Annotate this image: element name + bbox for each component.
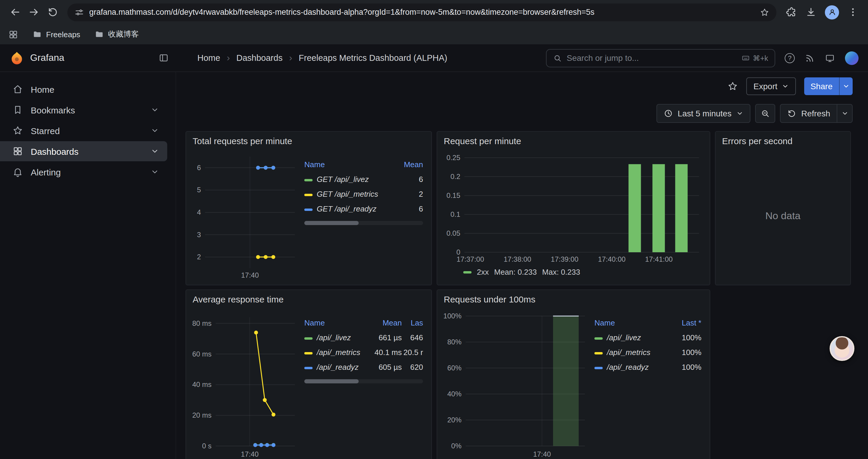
legend-row[interactable]: /api/_livez 661 µs 646 [304, 330, 423, 345]
favorite-dashboard-button[interactable] [727, 81, 738, 92]
panel-title[interactable]: Total requests per minute [193, 136, 292, 145]
svg-text:0.2: 0.2 [451, 172, 460, 181]
refresh-button[interactable]: Refresh [780, 104, 837, 123]
legend-row[interactable]: GET /api/_metrics 2 [304, 187, 423, 201]
legend-row[interactable]: GET /api/_livez 6 [304, 172, 423, 187]
legend-table-pane: Name Last * /api/_livez 100% /api/_metri… [589, 308, 704, 459]
legend-header-mean[interactable]: Mean [366, 315, 402, 330]
timeseries-chart[interactable]: 2345617:40 [190, 150, 299, 282]
toggle-sidebar-button[interactable] [158, 53, 169, 63]
global-search[interactable]: ⌘+k [546, 49, 775, 67]
legend-header-mean[interactable]: Mean [392, 157, 423, 172]
url-input[interactable] [89, 8, 754, 17]
timeseries-chart[interactable]: 0 s20 ms40 ms60 ms80 ms17:40 [190, 308, 299, 459]
zoom-out-time-button[interactable] [755, 104, 775, 123]
bar-chart[interactable]: 0%20%40%60%80%100%17:40 [441, 308, 589, 459]
legend-header-last[interactable]: Las [402, 315, 423, 330]
sidebar-item-home[interactable]: Home [0, 79, 167, 99]
browser-menu-icon[interactable] [847, 6, 859, 18]
panel-title[interactable]: Errors per second [722, 136, 793, 145]
sidebar-item-label: Home [31, 84, 54, 94]
series-max: Max: 0.233 [542, 268, 580, 276]
legend-row[interactable]: /api/_readyz 605 µs 620 [304, 360, 423, 374]
breadcrumb-dashboards[interactable]: Dashboards [236, 53, 282, 63]
grafana-body: Home Bookmarks Starred Dashboards Alerti… [0, 72, 868, 459]
sidebar-item-starred[interactable]: Starred [0, 121, 167, 140]
search-input[interactable] [567, 53, 737, 63]
legend-header-last[interactable]: Last * [670, 315, 701, 330]
bar-chart[interactable]: 00.050.10.150.20.2517:37:0017:38:0017:39… [441, 150, 703, 266]
display-icon[interactable] [825, 53, 835, 63]
downloads-icon[interactable] [805, 6, 816, 18]
legend-header-name[interactable]: Name [594, 315, 670, 330]
apps-grid-icon[interactable] [8, 29, 18, 39]
bookmark-item-freeleaps[interactable]: Freeleaps [32, 30, 80, 39]
export-button[interactable]: Export [746, 77, 796, 95]
legend-inline[interactable]: 2xx Mean: 0.233 Max: 0.233 [441, 268, 704, 276]
chevron-down-icon[interactable] [151, 168, 159, 176]
chevron-down-icon[interactable] [151, 106, 159, 114]
refresh-split-button: Refresh [780, 104, 852, 123]
share-split-button: Share [804, 77, 852, 95]
floating-assistant-avatar[interactable] [830, 336, 855, 361]
sidebar-item-dashboards[interactable]: Dashboards [0, 141, 167, 161]
panel-title[interactable]: Requests under 100ms [444, 294, 535, 304]
grafana-brand: Grafana [0, 51, 176, 65]
legend-table-pane: Name Mean GET /api/_livez 6 GET /api/_me… [299, 150, 426, 282]
search-icon [553, 54, 562, 62]
panel-requests-under-100ms: Requests under 100ms 0%20%40%60%80%100%1… [437, 290, 710, 459]
panel-header: Total requests per minute [186, 132, 431, 150]
time-range-picker[interactable]: Last 5 minutes [656, 104, 750, 123]
legend-scrollbar[interactable] [304, 379, 423, 383]
back-button[interactable] [6, 3, 24, 21]
legend-table-pane: Name Mean Las /api/_livez 661 µs 646 [299, 308, 426, 459]
extensions-icon[interactable] [786, 6, 797, 18]
refresh-icon [787, 109, 797, 118]
legend-header-name[interactable]: Name [304, 157, 392, 172]
legend-row[interactable]: /api/_readyz 100% [594, 360, 701, 374]
chevron-down-icon[interactable] [151, 147, 159, 155]
svg-text:20 ms: 20 ms [192, 411, 212, 419]
bookmark-star-icon[interactable] [760, 7, 769, 17]
share-button[interactable]: Share [804, 77, 839, 95]
dashboard-actions-row: Export Share [176, 72, 868, 100]
scrollbar-thumb[interactable] [304, 221, 359, 225]
panel-title[interactable]: Request per minute [444, 136, 521, 145]
series-swatch [304, 208, 313, 210]
reload-button[interactable] [44, 3, 61, 21]
legend-header-name[interactable]: Name [304, 315, 366, 330]
scrollbar-thumb[interactable] [304, 379, 359, 383]
svg-text:0.1: 0.1 [451, 210, 460, 218]
panel-average-response-time: Average response time 0 s20 ms40 ms60 ms… [186, 290, 432, 459]
forward-button[interactable] [25, 3, 42, 21]
svg-text:17:40: 17:40 [533, 450, 551, 458]
share-menu-button[interactable] [839, 77, 852, 95]
user-avatar[interactable] [845, 51, 859, 65]
legend-row[interactable]: GET /api/_readyz 6 [304, 201, 423, 216]
series-swatch [304, 366, 313, 369]
legend-row[interactable]: /api/_livez 100% [594, 330, 701, 345]
legend-row[interactable]: /api/_metrics 40.1 ms 20.5 r [304, 345, 423, 360]
back-icon [9, 6, 20, 18]
grafana-header: Grafana Home › Dashboards › Freeleaps Me… [0, 44, 868, 72]
chevron-down-icon[interactable] [151, 126, 159, 135]
grafana-logo[interactable] [9, 51, 24, 65]
sidebar-item-bookmarks[interactable]: Bookmarks [0, 100, 167, 120]
time-controls-row: Last 5 minutes Refresh [176, 100, 868, 126]
omnibox[interactable] [67, 3, 776, 21]
series-swatch [304, 352, 313, 354]
help-icon[interactable]: ? [785, 53, 795, 63]
legend-scrollbar[interactable] [304, 221, 423, 225]
panel-title[interactable]: Average response time [193, 294, 284, 304]
browser-profile-avatar[interactable] [825, 5, 839, 19]
news-rss-icon[interactable] [805, 53, 815, 63]
bookmark-item-blog[interactable]: 收藏博客 [95, 29, 139, 40]
sidebar-item-alerting[interactable]: Alerting [0, 162, 167, 182]
bookmark-label: 收藏博客 [108, 29, 139, 40]
refresh-interval-button[interactable] [837, 104, 852, 123]
site-settings-icon[interactable] [74, 7, 84, 17]
svg-text:60%: 60% [447, 364, 462, 372]
clock-icon [663, 109, 673, 118]
breadcrumb-home[interactable]: Home [197, 53, 220, 63]
legend-row[interactable]: /api/_metrics 100% [594, 345, 701, 360]
